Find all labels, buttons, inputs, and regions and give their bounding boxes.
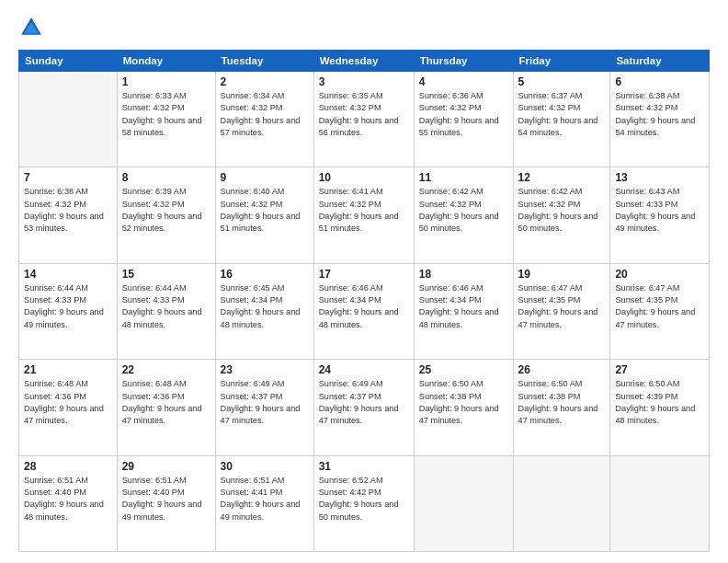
day-number: 9 bbox=[221, 171, 309, 184]
cell-info: Sunrise: 6:35 AMSunset: 4:32 PMDaylight:… bbox=[319, 90, 409, 139]
cell-info: Sunrise: 6:46 AMSunset: 4:34 PMDaylight:… bbox=[319, 282, 409, 331]
calendar-cell: 3Sunrise: 6:35 AMSunset: 4:32 PMDaylight… bbox=[313, 72, 414, 167]
calendar-week-4: 21Sunrise: 6:48 AMSunset: 4:36 PMDayligh… bbox=[19, 360, 710, 455]
cell-info: Sunrise: 6:38 AMSunset: 4:32 PMDaylight:… bbox=[615, 90, 704, 139]
day-number: 3 bbox=[319, 75, 409, 88]
calendar-cell bbox=[19, 72, 118, 167]
calendar-cell: 23Sunrise: 6:49 AMSunset: 4:37 PMDayligh… bbox=[215, 360, 313, 455]
cell-info: Sunrise: 6:44 AMSunset: 4:33 PMDaylight:… bbox=[122, 282, 210, 331]
cell-info: Sunrise: 6:49 AMSunset: 4:37 PMDaylight:… bbox=[221, 378, 309, 427]
calendar-week-5: 28Sunrise: 6:51 AMSunset: 4:40 PMDayligh… bbox=[19, 455, 710, 551]
calendar-cell: 28Sunrise: 6:51 AMSunset: 4:40 PMDayligh… bbox=[19, 455, 118, 551]
calendar-cell bbox=[414, 455, 513, 551]
day-header-saturday: Saturday bbox=[610, 51, 710, 72]
day-number: 31 bbox=[319, 460, 409, 473]
day-number: 30 bbox=[221, 460, 309, 473]
calendar-cell: 22Sunrise: 6:48 AMSunset: 4:36 PMDayligh… bbox=[117, 360, 215, 455]
calendar-cell: 24Sunrise: 6:49 AMSunset: 4:37 PMDayligh… bbox=[313, 360, 414, 455]
cell-info: Sunrise: 6:34 AMSunset: 4:32 PMDaylight:… bbox=[221, 90, 309, 139]
page: SundayMondayTuesdayWednesdayThursdayFrid… bbox=[0, 0, 728, 563]
calendar-cell: 25Sunrise: 6:50 AMSunset: 4:38 PMDayligh… bbox=[414, 360, 513, 455]
calendar-cell: 11Sunrise: 6:42 AMSunset: 4:32 PMDayligh… bbox=[414, 167, 513, 263]
cell-info: Sunrise: 6:42 AMSunset: 4:32 PMDaylight:… bbox=[419, 186, 508, 235]
cell-info: Sunrise: 6:43 AMSunset: 4:33 PMDaylight:… bbox=[615, 186, 704, 235]
calendar-cell: 16Sunrise: 6:45 AMSunset: 4:34 PMDayligh… bbox=[215, 263, 313, 359]
day-number: 4 bbox=[419, 75, 508, 88]
cell-info: Sunrise: 6:37 AMSunset: 4:32 PMDaylight:… bbox=[518, 90, 606, 139]
calendar-cell bbox=[610, 455, 710, 551]
day-number: 27 bbox=[615, 363, 704, 376]
day-header-wednesday: Wednesday bbox=[313, 51, 414, 72]
day-header-thursday: Thursday bbox=[414, 51, 513, 72]
calendar-cell: 18Sunrise: 6:46 AMSunset: 4:34 PMDayligh… bbox=[414, 263, 513, 359]
cell-info: Sunrise: 6:50 AMSunset: 4:38 PMDaylight:… bbox=[419, 378, 508, 427]
header bbox=[18, 15, 710, 40]
calendar-cell: 27Sunrise: 6:50 AMSunset: 4:39 PMDayligh… bbox=[610, 360, 710, 455]
calendar-cell: 6Sunrise: 6:38 AMSunset: 4:32 PMDaylight… bbox=[610, 72, 710, 167]
cell-info: Sunrise: 6:41 AMSunset: 4:32 PMDaylight:… bbox=[319, 186, 409, 235]
day-number: 14 bbox=[24, 268, 112, 281]
calendar-cell: 1Sunrise: 6:33 AMSunset: 4:32 PMDaylight… bbox=[117, 72, 215, 167]
cell-info: Sunrise: 6:50 AMSunset: 4:39 PMDaylight:… bbox=[615, 378, 704, 427]
day-number: 21 bbox=[24, 363, 112, 376]
calendar-cell: 17Sunrise: 6:46 AMSunset: 4:34 PMDayligh… bbox=[313, 263, 414, 359]
cell-info: Sunrise: 6:51 AMSunset: 4:40 PMDaylight:… bbox=[122, 475, 210, 523]
cell-info: Sunrise: 6:44 AMSunset: 4:33 PMDaylight:… bbox=[24, 282, 112, 331]
cell-info: Sunrise: 6:52 AMSunset: 4:42 PMDaylight:… bbox=[319, 475, 409, 523]
day-number: 1 bbox=[122, 75, 210, 88]
day-number: 18 bbox=[419, 268, 508, 281]
cell-info: Sunrise: 6:39 AMSunset: 4:32 PMDaylight:… bbox=[122, 186, 210, 235]
day-number: 13 bbox=[615, 171, 704, 184]
calendar-cell: 8Sunrise: 6:39 AMSunset: 4:32 PMDaylight… bbox=[117, 167, 215, 263]
calendar-cell: 15Sunrise: 6:44 AMSunset: 4:33 PMDayligh… bbox=[117, 263, 215, 359]
day-number: 2 bbox=[221, 75, 309, 88]
day-number: 15 bbox=[122, 268, 210, 281]
calendar-cell: 4Sunrise: 6:36 AMSunset: 4:32 PMDaylight… bbox=[414, 72, 513, 167]
day-number: 25 bbox=[419, 363, 508, 376]
day-number: 7 bbox=[24, 171, 112, 184]
day-header-monday: Monday bbox=[117, 51, 215, 72]
day-number: 16 bbox=[221, 268, 309, 281]
calendar-cell: 14Sunrise: 6:44 AMSunset: 4:33 PMDayligh… bbox=[19, 263, 118, 359]
day-number: 23 bbox=[221, 363, 309, 376]
day-number: 12 bbox=[518, 171, 606, 184]
day-number: 19 bbox=[518, 268, 606, 281]
cell-info: Sunrise: 6:51 AMSunset: 4:40 PMDaylight:… bbox=[24, 475, 112, 523]
day-number: 11 bbox=[419, 171, 508, 184]
calendar-cell: 9Sunrise: 6:40 AMSunset: 4:32 PMDaylight… bbox=[215, 167, 313, 263]
day-number: 29 bbox=[122, 460, 210, 473]
day-number: 20 bbox=[615, 268, 704, 281]
calendar-week-3: 14Sunrise: 6:44 AMSunset: 4:33 PMDayligh… bbox=[19, 263, 710, 359]
cell-info: Sunrise: 6:47 AMSunset: 4:35 PMDaylight:… bbox=[615, 282, 704, 331]
calendar-header-row: SundayMondayTuesdayWednesdayThursdayFrid… bbox=[19, 51, 710, 72]
day-number: 17 bbox=[319, 268, 409, 281]
day-number: 5 bbox=[518, 75, 606, 88]
calendar-cell: 5Sunrise: 6:37 AMSunset: 4:32 PMDaylight… bbox=[513, 72, 610, 167]
calendar-cell: 12Sunrise: 6:42 AMSunset: 4:32 PMDayligh… bbox=[513, 167, 610, 263]
cell-info: Sunrise: 6:51 AMSunset: 4:41 PMDaylight:… bbox=[221, 475, 309, 523]
calendar-week-1: 1Sunrise: 6:33 AMSunset: 4:32 PMDaylight… bbox=[19, 72, 710, 167]
day-number: 8 bbox=[122, 171, 210, 184]
logo bbox=[18, 15, 48, 40]
cell-info: Sunrise: 6:40 AMSunset: 4:32 PMDaylight:… bbox=[221, 186, 309, 235]
day-number: 6 bbox=[615, 75, 704, 88]
calendar-cell: 31Sunrise: 6:52 AMSunset: 4:42 PMDayligh… bbox=[313, 455, 414, 551]
cell-info: Sunrise: 6:48 AMSunset: 4:36 PMDaylight:… bbox=[122, 378, 210, 427]
cell-info: Sunrise: 6:42 AMSunset: 4:32 PMDaylight:… bbox=[518, 186, 606, 235]
calendar-cell: 30Sunrise: 6:51 AMSunset: 4:41 PMDayligh… bbox=[215, 455, 313, 551]
calendar-cell: 26Sunrise: 6:50 AMSunset: 4:38 PMDayligh… bbox=[513, 360, 610, 455]
cell-info: Sunrise: 6:49 AMSunset: 4:37 PMDaylight:… bbox=[319, 378, 409, 427]
calendar-cell: 10Sunrise: 6:41 AMSunset: 4:32 PMDayligh… bbox=[313, 167, 414, 263]
calendar-cell bbox=[513, 455, 610, 551]
day-number: 24 bbox=[319, 363, 409, 376]
calendar-table: SundayMondayTuesdayWednesdayThursdayFrid… bbox=[18, 50, 710, 552]
cell-info: Sunrise: 6:46 AMSunset: 4:34 PMDaylight:… bbox=[419, 282, 508, 331]
calendar-cell: 29Sunrise: 6:51 AMSunset: 4:40 PMDayligh… bbox=[117, 455, 215, 551]
calendar-cell: 2Sunrise: 6:34 AMSunset: 4:32 PMDaylight… bbox=[215, 72, 313, 167]
day-number: 28 bbox=[24, 460, 112, 473]
calendar-week-2: 7Sunrise: 6:38 AMSunset: 4:32 PMDaylight… bbox=[19, 167, 710, 263]
cell-info: Sunrise: 6:36 AMSunset: 4:32 PMDaylight:… bbox=[419, 90, 508, 139]
calendar-cell: 13Sunrise: 6:43 AMSunset: 4:33 PMDayligh… bbox=[610, 167, 710, 263]
calendar-cell: 21Sunrise: 6:48 AMSunset: 4:36 PMDayligh… bbox=[19, 360, 118, 455]
day-number: 22 bbox=[122, 363, 210, 376]
